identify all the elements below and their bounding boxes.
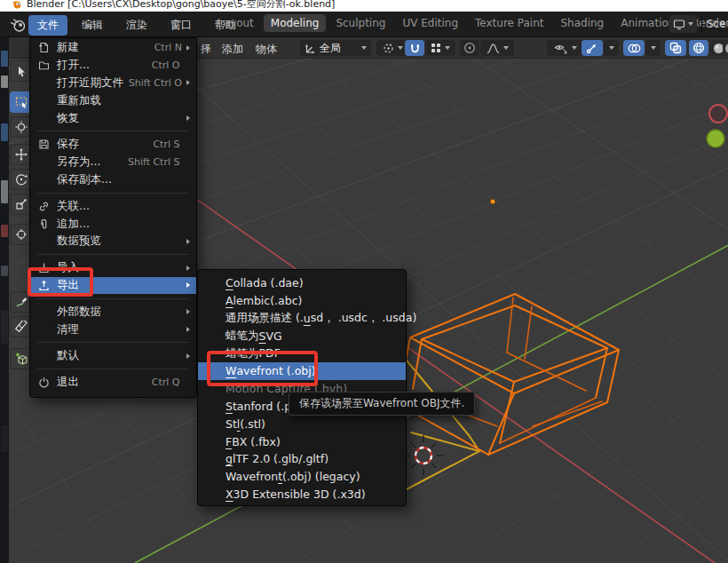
blender-logo-small-icon — [12, 0, 22, 10]
export-item-wavefront-legacy[interactable]: Wavefront (.obj) (legacy) — [198, 468, 406, 486]
item-shortcut: Ctrl N — [154, 42, 185, 53]
menu-separator — [30, 365, 196, 374]
menu-add[interactable]: 添加 — [222, 42, 243, 57]
wireframe-sphere-icon — [692, 42, 705, 54]
file-menu-item-save-as[interactable]: 另存为... Shift Ctrl S — [30, 154, 196, 171]
menu-window[interactable]: 窗口 — [162, 15, 201, 36]
item-shortcut: Shift Ctrl S — [128, 156, 183, 168]
window-titlebar[interactable]: Blender [C:\Users\CX\Desktop\gong\baoye\… — [0, 0, 728, 12]
visibility-eye-cursor-icon — [554, 43, 568, 54]
item-shortcut: Ctrl S — [153, 139, 182, 150]
menu-object[interactable]: 物体 — [256, 42, 277, 57]
file-menu-item-open[interactable]: 打开... Ctrl O — [30, 57, 196, 75]
file-new-icon — [38, 42, 57, 53]
menu-separator — [30, 188, 196, 197]
menu-edit[interactable]: 编辑 — [73, 15, 112, 36]
proportional-falloff-dropdown[interactable] — [480, 40, 514, 56]
snap-target-dropdown[interactable] — [425, 40, 455, 56]
tab-sculpting[interactable]: Sculpting — [328, 14, 392, 32]
shading-material-button[interactable] — [723, 40, 728, 56]
file-menu-item-save[interactable]: 保存 Ctrl S — [30, 136, 196, 154]
item-shortcut: Ctrl Q — [152, 377, 183, 388]
item-label: 退出 — [57, 375, 79, 390]
item-shortcut: Ctrl O — [152, 59, 183, 71]
file-menu-item-append[interactable]: 追加... — [30, 215, 196, 233]
file-menu-item-data-previews[interactable]: 数据预览 — [30, 233, 196, 250]
file-menu-item-clean-up[interactable]: 清理 — [30, 321, 196, 338]
submenu-arrow-icon — [186, 309, 190, 314]
item-label: 追加... — [57, 217, 90, 232]
export-item-stl[interactable]: Stl (.stl) — [198, 415, 406, 432]
gizmos-toggle[interactable] — [582, 40, 603, 56]
orientation-value: 全局 — [320, 41, 341, 56]
tab-texture-paint[interactable]: Texture Paint — [468, 14, 550, 32]
proportional-editing-icon — [463, 42, 476, 54]
blender-window: { "titlebar": { "title": "Blender [C:\\U… — [0, 0, 728, 563]
export-item-x3d[interactable]: X3D Extensible 3D (.x3d) — [198, 486, 406, 504]
transform-orientation-dropdown[interactable]: 全局 — [300, 40, 371, 56]
file-menu-item-recover[interactable]: 恢复 — [30, 109, 196, 127]
pivot-point-dropdown[interactable] — [376, 40, 408, 56]
file-menu-item-save-copy[interactable]: 保存副本... — [30, 171, 196, 189]
file-menu-item-link[interactable]: 关联... — [30, 197, 196, 215]
item-label: 打开... — [57, 58, 90, 73]
power-icon — [38, 377, 57, 388]
chevron-down-icon — [503, 46, 509, 50]
tab-modeling[interactable]: Modeling — [264, 14, 327, 32]
export-item-fbx[interactable]: FBX (.fbx) — [198, 432, 406, 450]
folder-open-icon — [38, 59, 57, 71]
item-label: 外部数据 — [57, 305, 101, 320]
gizmo-axis-x-ball[interactable] — [709, 105, 727, 123]
export-item-collada[interactable]: Collada (.dae) — [198, 274, 406, 292]
tab-uv-editing[interactable]: UV Editing — [395, 14, 465, 32]
overlays-toggle[interactable] — [623, 40, 645, 56]
file-menu-item-revert[interactable]: 重新加载 — [30, 91, 196, 109]
item-shortcut: Shift Ctrl O — [129, 77, 185, 89]
file-menu-panel: 新建 Ctrl N 打开... Ctrl O 打开近期文件 Shift Ctrl… — [29, 37, 197, 398]
snap-toggle-button[interactable] — [405, 40, 424, 56]
submenu-arrow-icon — [186, 327, 190, 332]
xray-toggle[interactable] — [665, 40, 686, 56]
desktop-edge-strip — [0, 12, 9, 563]
scene-name-label[interactable]: Sce — [707, 18, 728, 30]
file-menu-item-new[interactable]: 新建 Ctrl N — [30, 39, 196, 57]
tab-shading[interactable]: Shading — [553, 14, 611, 32]
workspace-screen-button[interactable] — [669, 15, 697, 33]
annotation-box-export — [28, 267, 93, 297]
proportional-editing-toggle[interactable] — [460, 40, 479, 56]
paperclip-icon — [38, 218, 57, 230]
export-item-gltf[interactable]: glTF 2.0 (.glb/.gltf) — [198, 450, 406, 468]
menu-file[interactable]: 文件 — [28, 15, 67, 36]
item-label: 保存副本... — [57, 172, 112, 187]
orientation-axes-icon — [305, 43, 316, 54]
item-label: 重新加载 — [57, 93, 101, 108]
export-item-grease-pencil-svg[interactable]: 蜡笔为SVG — [198, 327, 406, 345]
material-sphere-icon — [724, 43, 728, 54]
menu-render[interactable]: 渲染 — [117, 15, 156, 36]
file-menu-item-defaults[interactable]: 默认 — [30, 347, 196, 365]
screen-icon — [673, 19, 685, 30]
show-object-types-dropdown[interactable] — [547, 40, 584, 56]
overlays-icon — [628, 43, 641, 54]
shading-wireframe-button[interactable] — [689, 40, 708, 56]
separator — [701, 16, 702, 32]
export-item-usd[interactable]: 通用场景描述 (.usd， .usdc， .usda) — [198, 310, 406, 328]
menu-select-partial[interactable]: 择 — [201, 42, 211, 57]
file-menu-item-open-recent[interactable]: 打开近期文件 Shift Ctrl O — [30, 75, 196, 92]
overlays-dropdown[interactable] — [645, 40, 661, 56]
link-icon — [38, 201, 57, 212]
gizmos-dropdown[interactable] — [604, 40, 619, 56]
item-label: 恢复 — [57, 111, 79, 126]
tab-layout[interactable]: Layout — [210, 14, 261, 32]
blender-logo-icon[interactable] — [9, 15, 28, 34]
menu-separator — [30, 338, 196, 347]
file-menu-item-quit[interactable]: 退出 Ctrl Q — [30, 374, 196, 392]
falloff-curve-icon — [487, 43, 500, 54]
submenu-arrow-icon — [186, 282, 190, 288]
menu-separator — [30, 250, 196, 259]
file-menu-item-external-data[interactable]: 外部数据 — [30, 303, 196, 321]
export-item-alembic[interactable]: Alembic(.abc) — [198, 292, 406, 310]
window-title: Blender [C:\Users\CX\Desktop\gong\baoye\… — [27, 0, 335, 11]
export-submenu-panel: Collada (.dae) Alembic(.abc) 通用场景描述 (.us… — [197, 269, 407, 506]
gizmo-axis-y-ball[interactable] — [707, 130, 724, 147]
